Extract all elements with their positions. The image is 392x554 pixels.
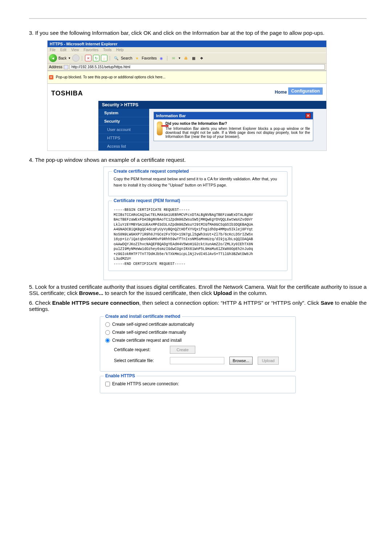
cert-request-completed-group: Create certificate request completed Cop… xyxy=(108,171,287,196)
cert-request-label: Certificate request: xyxy=(114,347,165,352)
info-icon xyxy=(157,122,163,135)
ie-screenshot: HTTPS - Microsoft Internet Explorer File… xyxy=(47,40,327,151)
enable-https-group: Enable HTTPS Enable HTTPS secure connect… xyxy=(100,376,296,393)
create-install-method-group: Create and install certificate method Cr… xyxy=(100,316,296,372)
radio-request-install[interactable] xyxy=(105,338,110,343)
select-file-label: Select certificate file: xyxy=(114,358,165,363)
ie-toolbar: ◄ Back ▼ │ ✕ ↻ ⌂ │ 🔍 Search ★ Favorites … xyxy=(48,53,326,63)
refresh-icon[interactable]: ↻ xyxy=(93,55,99,61)
cert-instructions: Copy the PEM format request below and se… xyxy=(114,176,282,188)
back-icon[interactable]: ◄ xyxy=(49,54,57,62)
favorites-label[interactable]: Favorites xyxy=(142,56,157,60)
brand-logo: TOSHIBA xyxy=(48,84,98,101)
menu-file[interactable]: File xyxy=(50,48,56,52)
opt-request-install[interactable]: Create certificate request and install xyxy=(105,338,290,343)
stop-icon[interactable]: ✕ xyxy=(85,55,91,61)
discuss-icon[interactable]: ❖ xyxy=(199,55,205,61)
radio-manual[interactable] xyxy=(105,330,110,335)
step-6: 6. Check Enable HTTPS secure connection,… xyxy=(29,300,367,393)
step-4: 4. The pop-up window shows an example of… xyxy=(29,157,367,280)
breadcrumb: Security > HTTPS xyxy=(98,101,326,109)
information-bar-dialog: Information Bar ✕ Did you notice the Inf… xyxy=(154,112,313,141)
menu-edit[interactable]: Edit xyxy=(60,48,66,52)
history-icon[interactable]: ◉ xyxy=(158,55,165,61)
back-label[interactable]: Back xyxy=(58,56,66,60)
favorites-icon[interactable]: ★ xyxy=(134,55,140,61)
sidebar-item-user-account[interactable]: User account xyxy=(98,126,149,134)
top-divider xyxy=(29,18,367,19)
enable-https-legend: Enable HTTPS xyxy=(104,373,136,378)
dialog-question: Did you notice the Information Bar? xyxy=(166,122,310,126)
search-label[interactable]: Search xyxy=(121,56,132,60)
sidebar: System Security User account HTTPS Acces… xyxy=(98,109,149,151)
sidebar-item-system[interactable]: System xyxy=(98,109,149,117)
radio-auto[interactable] xyxy=(105,322,110,327)
menu-bar: File Edit View Favorites Tools Help xyxy=(48,47,326,53)
close-icon[interactable]: ✕ xyxy=(306,113,311,118)
sidebar-item-access-list[interactable]: Access list xyxy=(98,142,149,151)
dialog-title: Information Bar xyxy=(156,114,186,118)
window-titlebar: HTTPS - Microsoft Internet Explorer xyxy=(48,41,326,47)
opt-manual[interactable]: Create self-signed certificate manually xyxy=(105,330,290,335)
menu-favorites[interactable]: Favorites xyxy=(83,48,98,52)
sidebar-item-security[interactable]: Security xyxy=(98,117,149,126)
browse-button[interactable]: Browse... xyxy=(229,357,253,365)
sidebar-item-https[interactable]: HTTPS xyxy=(98,134,149,142)
certificate-methods-panel: Create and install certificate method Cr… xyxy=(100,316,296,393)
information-bar[interactable]: ✕ Pop-up blocked. To see this pop-up or … xyxy=(48,71,326,84)
url-field[interactable]: http://192.168.5.151/setup/https.html xyxy=(70,64,325,70)
window-title: HTTPS - Microsoft Internet Explorer xyxy=(50,42,117,46)
cert-legend-pem: Certificate request (PEM format) xyxy=(112,198,181,203)
certificate-request-panel: Create certificate request completed Cop… xyxy=(103,167,292,280)
tab-home[interactable]: Home xyxy=(275,90,287,95)
enable-https-checkbox[interactable] xyxy=(105,382,110,386)
address-bar: Address http://192.168.5.151/setup/https… xyxy=(48,63,326,71)
select-file-input[interactable] xyxy=(170,357,224,364)
cert-pem-group: Certificate request (PEM format) -----BE… xyxy=(108,201,287,271)
menu-view[interactable]: View xyxy=(71,48,79,52)
address-label: Address xyxy=(49,65,62,69)
page-icon xyxy=(64,65,68,69)
infobar-text: Pop-up blocked. To see this pop-up or ad… xyxy=(56,75,166,79)
create-button[interactable]: Create xyxy=(170,346,195,354)
step-3: 3. If you see the following Information … xyxy=(29,30,367,151)
mail-icon[interactable]: ✉ xyxy=(170,55,177,61)
opt-auto[interactable]: Create self-signed certificate automatic… xyxy=(105,322,290,327)
forward-icon xyxy=(72,54,79,62)
menu-help[interactable]: Help xyxy=(116,48,124,52)
top-tabs: Home Configuration xyxy=(98,84,326,95)
dialog-text: Did you notice the Information Bar? The … xyxy=(166,122,310,139)
page-footer: 46 xyxy=(0,423,392,445)
popup-blocked-icon: ✕ xyxy=(49,75,53,79)
upload-button[interactable]: Upload xyxy=(258,357,279,365)
print-icon[interactable]: 🖶 xyxy=(183,55,189,61)
menu-tools[interactable]: Tools xyxy=(103,48,111,52)
pem-text[interactable]: -----BEGIN CERTIFICATE REQUEST----- MIIB… xyxy=(114,205,282,266)
opt-auto-label: Create self-signed certificate automatic… xyxy=(112,322,194,327)
home-icon[interactable]: ⌂ xyxy=(101,55,107,61)
tab-configuration[interactable]: Configuration xyxy=(288,87,323,95)
step-5: 5. Look for a trusted certificate author… xyxy=(29,284,367,296)
cert-legend-completed: Create certificate request completed xyxy=(112,169,190,174)
opt-manual-label: Create self-signed certificate manually xyxy=(112,330,186,335)
opt-request-install-label: Create certificate request and install xyxy=(112,338,181,343)
dialog-body-text: The Information Bar alerts you when Inte… xyxy=(166,127,310,139)
methods-legend: Create and install certificate method xyxy=(104,314,182,319)
enable-https-option[interactable]: Enable HTTPS secure connection: xyxy=(105,381,290,386)
search-icon[interactable]: 🔍 xyxy=(113,55,119,61)
edit-icon[interactable]: ▦ xyxy=(191,55,197,61)
enable-https-label: Enable HTTPS secure connection: xyxy=(112,381,179,386)
